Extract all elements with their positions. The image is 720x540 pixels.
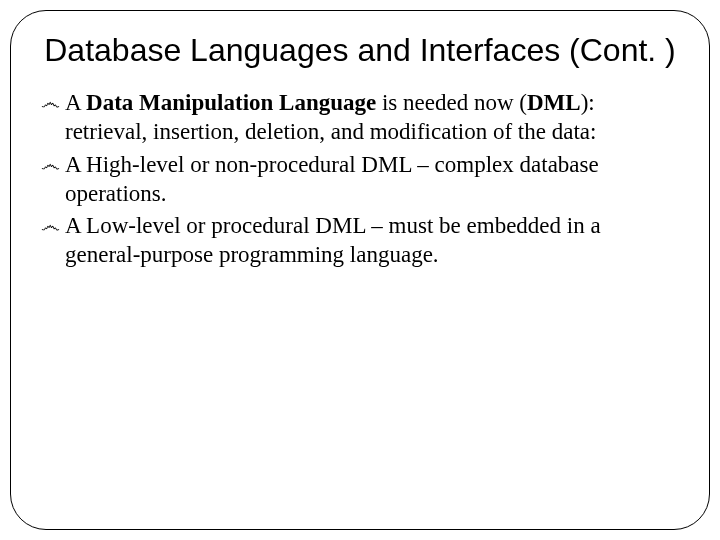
slide-frame: Database Languages and Interfaces (Cont.…: [10, 10, 710, 530]
bullet-icon: ෴: [41, 215, 60, 235]
list-item: ෴ A High-level or non-procedural DML – c…: [41, 151, 679, 209]
text-lead: A High-level or non-procedural DML – com…: [65, 152, 599, 206]
text-lead: A Low-level or procedural DML – must be …: [65, 213, 601, 267]
list-item: ෴ A Low-level or procedural DML – must b…: [41, 212, 679, 270]
bullet-icon: ෴: [41, 154, 60, 174]
slide-body: ෴ A Data Manipulation Language is needed…: [41, 89, 679, 270]
text-mid: is needed now (: [376, 90, 527, 115]
bullet-icon: ෴: [41, 92, 60, 112]
text-bold2: DML: [527, 90, 581, 115]
list-item: ෴ A Data Manipulation Language is needed…: [41, 89, 679, 147]
slide-title: Database Languages and Interfaces (Cont.…: [41, 31, 679, 69]
text-bold: Data Manipulation Language: [86, 90, 376, 115]
text-lead: A: [65, 90, 86, 115]
